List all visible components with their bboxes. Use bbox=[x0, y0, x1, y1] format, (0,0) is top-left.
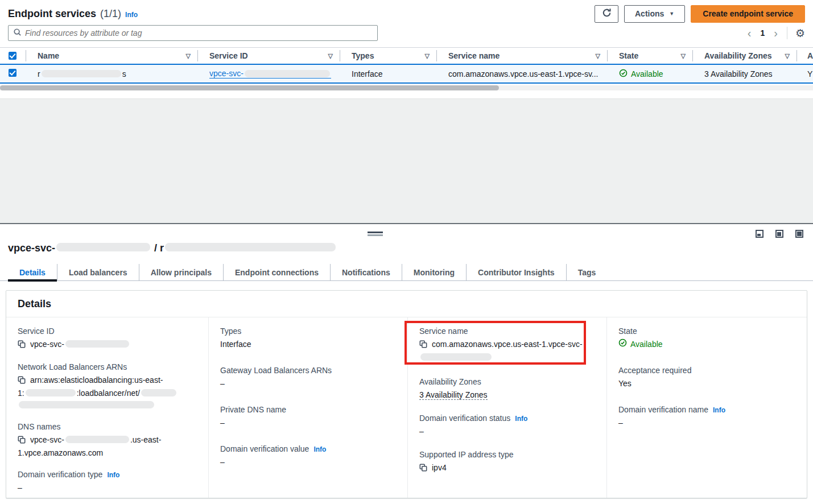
prev-page-icon[interactable]: ‹ bbox=[746, 27, 753, 39]
copy-icon[interactable] bbox=[18, 340, 26, 352]
filter-icon[interactable]: ▽ bbox=[596, 52, 600, 60]
row-state-cell: Available bbox=[608, 69, 693, 79]
info-link[interactable]: Info bbox=[313, 445, 326, 453]
refresh-icon bbox=[602, 8, 612, 19]
availability-zones-link[interactable]: 3 Availability Zones bbox=[704, 69, 773, 79]
title-group: Endpoint services (1/1) Info bbox=[8, 8, 138, 20]
tab-allow-principals[interactable]: Allow principals bbox=[139, 264, 223, 280]
row-availability-zones-cell: 3 Availability Zones bbox=[693, 69, 797, 79]
row-service-id-cell: vpce-svc- bbox=[198, 69, 340, 79]
row-clipped-cell: Y bbox=[797, 69, 813, 79]
info-link[interactable]: Info bbox=[107, 471, 119, 479]
row-name-cell: rs bbox=[26, 69, 198, 79]
select-all-checkbox[interactable] bbox=[9, 52, 16, 60]
redacted-text bbox=[165, 243, 336, 251]
filter-icon[interactable]: ▽ bbox=[186, 52, 191, 60]
caret-down-icon: ▼ bbox=[669, 11, 674, 16]
column-header-types[interactable]: Types ▽ bbox=[340, 50, 437, 61]
field-private-dns-name: Private DNS name – bbox=[220, 405, 396, 429]
next-page-icon[interactable]: › bbox=[773, 27, 779, 39]
column-header-availability-zones[interactable]: Availability Zones ▽ bbox=[693, 50, 797, 61]
redacted-text bbox=[26, 389, 76, 396]
details-card-heading: Details bbox=[6, 291, 807, 317]
tab-notifications[interactable]: Notifications bbox=[330, 264, 402, 280]
tab-tags[interactable]: Tags bbox=[566, 264, 608, 280]
refresh-button[interactable] bbox=[595, 5, 618, 23]
table-row[interactable]: rs vpce-svc- Interface com.amazonaws.vpc… bbox=[0, 64, 813, 84]
copy-icon[interactable] bbox=[419, 463, 427, 475]
tab-contributor-insights[interactable]: Contributor Insights bbox=[466, 264, 566, 280]
row-service-name-cell: com.amazonaws.vpce.us-east-1.vpce-sv... bbox=[437, 69, 608, 79]
panel-collapse-icon[interactable] bbox=[756, 230, 764, 238]
copy-icon[interactable] bbox=[18, 435, 26, 447]
check-circle-icon bbox=[619, 69, 628, 79]
redacted-text bbox=[42, 70, 121, 77]
search-box[interactable] bbox=[8, 25, 378, 41]
create-endpoint-service-button[interactable]: Create endpoint service bbox=[691, 5, 805, 23]
availability-zones-link[interactable]: 3 Availability Zones bbox=[419, 390, 488, 400]
filter-icon[interactable]: ▽ bbox=[425, 52, 430, 60]
field-types: Types Interface bbox=[220, 327, 396, 350]
copy-icon[interactable] bbox=[419, 340, 427, 352]
column-header-clipped[interactable]: A bbox=[797, 50, 813, 61]
column-header-name[interactable]: Name ▽ bbox=[26, 50, 198, 61]
field-domain-verification-status: Domain verification status Info – bbox=[419, 414, 595, 437]
field-domain-verification-name: Domain verification name Info – bbox=[618, 405, 795, 429]
pane-size-controls bbox=[756, 230, 803, 238]
field-nlb-arns: Network Load Balancers ARNs arn:aws:elas… bbox=[18, 362, 197, 411]
redacted-text bbox=[141, 389, 176, 396]
copy-icon[interactable] bbox=[18, 375, 26, 387]
search-input[interactable] bbox=[25, 28, 373, 38]
settings-gear-icon[interactable]: ⚙ bbox=[795, 28, 805, 39]
field-supported-ip: Supported IP address type ipv4 bbox=[419, 450, 595, 475]
info-link[interactable]: Info bbox=[713, 406, 725, 414]
service-id-link[interactable]: vpce-svc- bbox=[209, 69, 331, 79]
field-service-name: Service name com.amazonaws.vpce.us-east-… bbox=[419, 327, 595, 363]
redacted-text bbox=[65, 436, 129, 443]
actions-label: Actions bbox=[635, 9, 664, 18]
detail-pane: vpce-svc- / r Details Load balancers All… bbox=[0, 224, 813, 504]
page-background bbox=[0, 98, 813, 223]
check-circle-icon bbox=[618, 338, 627, 350]
filter-icon[interactable]: ▽ bbox=[785, 52, 790, 60]
column-header-service-name[interactable]: Service name ▽ bbox=[437, 50, 608, 61]
horizontal-scrollbar[interactable] bbox=[0, 85, 813, 90]
select-all-cell bbox=[0, 50, 26, 61]
actions-button[interactable]: Actions ▼ bbox=[624, 5, 685, 23]
redacted-text bbox=[420, 353, 492, 361]
header-info-link[interactable]: Info bbox=[125, 11, 138, 19]
page-count: (1/1) bbox=[100, 8, 121, 20]
tab-bar: Details Load balancers Allow principals … bbox=[0, 264, 813, 281]
tab-load-balancers[interactable]: Load balancers bbox=[57, 264, 139, 280]
table-header: Name ▽ Service ID ▽ Types ▽ Service name… bbox=[0, 47, 813, 64]
column-header-state[interactable]: State ▽ bbox=[608, 50, 693, 61]
scrollbar-thumb[interactable] bbox=[0, 85, 499, 90]
current-page[interactable]: 1 bbox=[760, 28, 765, 38]
toolbar-buttons: Actions ▼ Create endpoint service bbox=[595, 5, 805, 23]
field-dns-names: DNS names vpce-svc-.us-east- 1.vpce.amaz… bbox=[18, 422, 197, 459]
page-title: Endpoint services bbox=[8, 8, 96, 20]
column-header-service-id[interactable]: Service ID ▽ bbox=[198, 50, 340, 61]
pagination: ‹ 1 › ⚙ bbox=[746, 27, 805, 39]
toolbar: Endpoint services (1/1) Info Actions ▼ C… bbox=[8, 3, 805, 24]
pane-title: vpce-svc- / r bbox=[8, 242, 337, 254]
tab-monitoring[interactable]: Monitoring bbox=[402, 264, 466, 280]
field-availability-zones: Availability Zones 3 Availability Zones bbox=[419, 377, 595, 401]
pane-resize-handle[interactable] bbox=[368, 232, 383, 237]
field-state: State Available bbox=[618, 327, 795, 350]
panel-half-icon[interactable] bbox=[775, 230, 783, 238]
filter-icon[interactable]: ▽ bbox=[328, 52, 333, 60]
search-icon bbox=[13, 28, 22, 38]
details-column-1: Service ID vpce-svc- Network Load Balan bbox=[6, 317, 209, 498]
tab-details[interactable]: Details bbox=[8, 264, 57, 280]
details-column-2: Types Interface Gateway Load Balancers A… bbox=[209, 317, 408, 498]
field-domain-verification-type: Domain verification type Info – bbox=[18, 470, 197, 494]
filter-icon[interactable]: ▽ bbox=[681, 52, 686, 60]
panel-full-icon[interactable] bbox=[795, 230, 803, 238]
row-types-cell: Interface bbox=[340, 69, 437, 79]
field-service-id: Service ID vpce-svc- bbox=[18, 327, 197, 352]
info-link[interactable]: Info bbox=[515, 415, 527, 423]
row-select-cell bbox=[0, 69, 26, 79]
tab-endpoint-connections[interactable]: Endpoint connections bbox=[223, 264, 330, 280]
row-checkbox[interactable] bbox=[9, 69, 16, 77]
